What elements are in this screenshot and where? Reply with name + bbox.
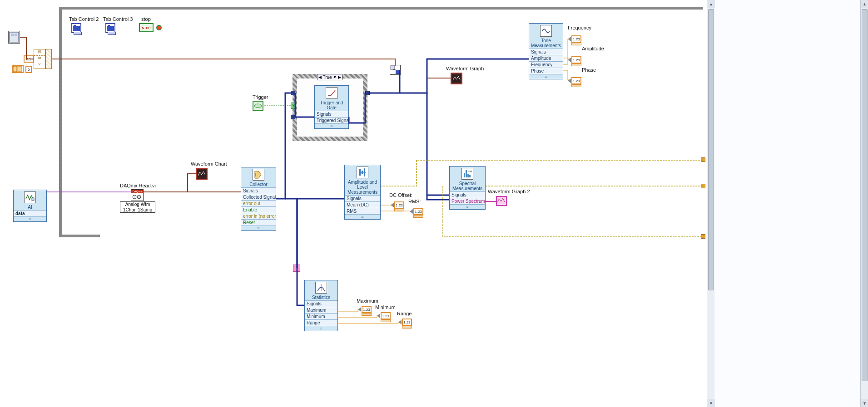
indicator-dc-offset[interactable]: 1.23	[391, 201, 404, 209]
trigger-gate-title: Trigger and Gate	[315, 100, 348, 111]
spectral-title: Spectral Measurements	[450, 181, 485, 191]
trigger-gate-expand-icon[interactable]: ≡	[315, 123, 348, 128]
label-waveform-graph2: Waveform Graph 2	[488, 189, 530, 194]
daqmx-poly-text: Analog Wfm 1Chan 1Samp	[123, 202, 152, 212]
express-trigger-gate[interactable]: Trigger and Gate Signals Triggered Signa…	[314, 85, 349, 129]
tunnel-right-2	[701, 184, 705, 188]
statistics-expand-icon[interactable]: ≡	[305, 326, 337, 331]
express-amp-level[interactable]: Amplitude and Level Measurements Signals…	[344, 165, 381, 220]
daqmx-read-node[interactable]: DAQmx	[131, 189, 144, 201]
amp-level-row-signals[interactable]: Signals	[345, 195, 380, 201]
spectral-row-power[interactable]: Power Spectrum	[450, 198, 485, 204]
amp-level-row-mean[interactable]: Mean (DC)	[345, 201, 380, 208]
statistics-row-min[interactable]: Minimum	[305, 313, 337, 319]
indicator-maximum[interactable]: 1.23	[358, 306, 372, 313]
svg-point-12	[137, 195, 141, 199]
svg-rect-26	[464, 173, 465, 177]
amp-level-row-rms[interactable]: RMS	[345, 208, 380, 214]
indicator-range[interactable]: 1.23	[398, 319, 412, 326]
spectral-row-signals[interactable]: Signals	[450, 191, 485, 198]
express-spectral[interactable]: PWR Spectral Measurements Signals Power …	[449, 166, 486, 210]
statistics-icon	[315, 282, 327, 294]
case-selector-terminal: ?	[291, 103, 296, 109]
daqmx-polymorphic-selector[interactable]: Analog Wfm 1Chan 1Samp	[120, 201, 155, 213]
collector-row-reset[interactable]: Reset	[241, 219, 276, 226]
tone-expand-icon[interactable]: ≡	[529, 74, 563, 79]
case-next-icon[interactable]: ▶	[338, 75, 341, 79]
build-waveform-node[interactable]: t0 dt Y	[34, 49, 45, 69]
convert-dynamic-node[interactable]	[390, 65, 401, 75]
array-size-icon[interactable]	[12, 65, 24, 73]
terminal-waveform-chart[interactable]	[196, 168, 208, 180]
express-tone[interactable]: Tone Measurements Signals Amplitude Freq…	[529, 23, 563, 79]
amp-level-title: Amplitude and Level Measurements	[345, 179, 380, 195]
indicator-phase[interactable]: 1.23	[568, 77, 581, 84]
trigger-boolean-control[interactable]	[253, 101, 263, 111]
vertical-scrollbar-inner[interactable]: ▲ ▼	[707, 0, 714, 407]
collector-row-signals[interactable]: Signals	[241, 187, 276, 194]
constant-dt-value: 0.1	[24, 55, 34, 63]
ai-row-data[interactable]: data	[14, 210, 46, 216]
daq-task-icon[interactable]	[8, 31, 20, 44]
trigger-gate-row-signals[interactable]: Signals	[315, 111, 348, 117]
tone-title: Tone Measurements	[529, 38, 563, 49]
collector-expand-icon[interactable]: ≡	[241, 226, 276, 230]
case-tunnel-out	[365, 91, 370, 95]
statistics-row-max[interactable]: Maximum	[305, 307, 337, 313]
terminal-waveform-graph[interactable]	[451, 73, 462, 84]
amp-level-icon	[357, 167, 368, 178]
indicator-rms[interactable]: 1.23	[410, 208, 423, 215]
ai-expand-icon[interactable]: ≡	[14, 216, 46, 221]
terminal-waveform-graph2[interactable]	[496, 196, 507, 206]
terminal-stop-button[interactable]: STOP	[139, 23, 154, 32]
statistics-row-range[interactable]: Range	[305, 319, 337, 326]
tone-row-phase[interactable]: Phase	[529, 68, 563, 74]
indicator-minimum[interactable]: 1.23	[377, 312, 391, 319]
tone-row-frequency[interactable]: Frequency	[529, 61, 563, 68]
tone-row-signals[interactable]: Signals	[529, 49, 563, 55]
waveform-t0-terminal: t0	[34, 49, 45, 56]
tone-row-amplitude[interactable]: Amplitude	[529, 55, 563, 61]
svg-text:PWR: PWR	[468, 170, 472, 173]
express-ai[interactable]: AI data ≡	[13, 190, 47, 222]
label-trigger: Trigger	[253, 94, 268, 100]
label-tab-control-2: Tab Control 2	[69, 16, 99, 22]
constant-dt[interactable]: 0.1	[24, 55, 34, 63]
waveform-output-icon	[45, 49, 52, 69]
loop-stop-condition-icon[interactable]	[156, 25, 162, 30]
case-dropdown-icon[interactable]: ▼	[333, 75, 337, 79]
terminal-tab-control-2[interactable]	[71, 23, 81, 33]
label-minimum: Minimum	[375, 304, 396, 310]
svg-rect-18	[391, 66, 395, 69]
collector-title: Collector	[241, 181, 276, 187]
tunnel-right-1	[701, 157, 705, 162]
indicator-amplitude[interactable]: 1.23	[568, 56, 581, 64]
amp-level-expand-icon[interactable]: ≡	[345, 214, 380, 219]
collector-row-enable[interactable]: Enable	[241, 206, 276, 213]
vertical-scrollbar-outer[interactable]: ▲ ▼	[860, 0, 868, 407]
svg-rect-25	[364, 168, 365, 177]
statistics-row-signals[interactable]: Signals	[305, 300, 337, 307]
trigger-gate-row-triggered[interactable]: Triggered Signals	[315, 117, 348, 123]
express-collector[interactable]: Collector Signals Collected Signals erro…	[241, 167, 276, 231]
block-diagram-canvas[interactable]: t0 dt Y 0.1 0 Tab Control 2 Tab Control …	[0, 0, 707, 407]
indicator-frequency[interactable]: 1.23	[568, 35, 581, 43]
svg-rect-19	[396, 70, 400, 74]
spectral-expand-icon[interactable]: ≡	[450, 204, 485, 209]
case-tunnel-in-bottom	[291, 115, 295, 119]
svg-rect-5	[73, 26, 80, 31]
collector-row-errorin[interactable]: error in (no error)	[241, 213, 276, 219]
collector-row-errorout[interactable]: error out	[241, 200, 276, 206]
constant-zero-value: 0	[25, 66, 32, 73]
svg-rect-3	[13, 66, 17, 72]
express-statistics[interactable]: Statistics Signals Maximum Minimum Range…	[304, 280, 338, 331]
label-phase: Phase	[582, 67, 596, 73]
case-prev-icon[interactable]: ◀	[318, 75, 322, 79]
statistics-title: Statistics	[305, 294, 337, 300]
collector-row-collected[interactable]: Collected Signals	[241, 194, 276, 200]
case-tunnel-in-top	[291, 91, 295, 95]
terminal-tab-control-3[interactable]	[105, 23, 115, 33]
case-selector[interactable]: ◀ True ▼ ▶	[317, 74, 342, 80]
tone-icon	[540, 25, 552, 37]
constant-zero[interactable]: 0	[25, 66, 32, 73]
